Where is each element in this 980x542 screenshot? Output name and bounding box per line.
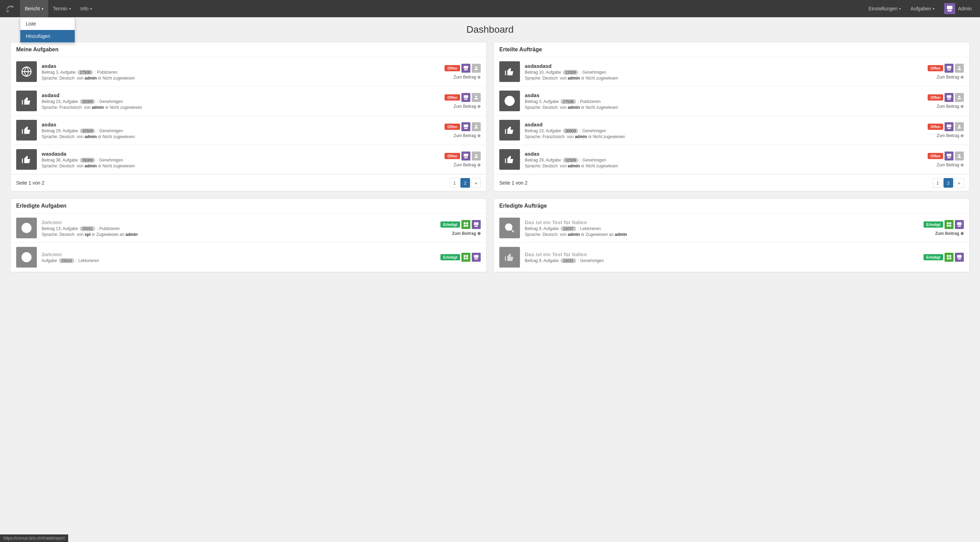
- zum-beitrag-link[interactable]: Zum Beitrag ⊕: [937, 104, 964, 109]
- task-title: asdas: [42, 122, 441, 127]
- zum-beitrag-link[interactable]: Zum Beitrag ⊕: [937, 133, 964, 138]
- status-badge: Offen: [928, 153, 943, 159]
- status-badge: Offen: [445, 65, 460, 71]
- brand-logo[interactable]: [3, 2, 16, 15]
- erledigte-auftraege-heading: Erledigte Aufträge: [494, 199, 969, 213]
- dashboard-grid: Meine Aufgaben asdas Beitrag 3, Aufgabe …: [10, 42, 970, 272]
- task-icon-globe: [16, 61, 37, 82]
- person-icon: [472, 151, 481, 161]
- svg-point-31: [958, 154, 960, 156]
- avatar2: [955, 220, 964, 229]
- svg-rect-38: [474, 223, 479, 225]
- nav-aufgaben[interactable]: Aufgaben ▾: [905, 0, 939, 17]
- admin-label: Admin: [958, 6, 972, 11]
- task-title: asdasd: [525, 122, 924, 127]
- task-icon-thumbup: [16, 149, 37, 170]
- status-badge: Offen: [445, 94, 460, 100]
- nav-admin[interactable]: Admin: [939, 3, 977, 14]
- person-icon: [955, 151, 964, 161]
- svg-rect-24: [947, 99, 951, 100]
- svg-rect-55: [958, 226, 961, 227]
- nav-termin-label: Termin: [53, 6, 67, 11]
- svg-point-20: [958, 67, 960, 68]
- svg-rect-50: [947, 223, 949, 224]
- task-title: Das ist ein Test für Italien: [525, 251, 920, 257]
- zum-beitrag-link[interactable]: Zum Beitrag ⊕: [452, 231, 481, 236]
- svg-point-48: [506, 224, 512, 230]
- zum-beitrag-link[interactable]: Zum Beitrag ⊕: [453, 104, 481, 109]
- page-1-btn[interactable]: 1: [450, 178, 459, 188]
- table-row: wasdasda Beitrag 38, Aufgabe 35009 : Gen…: [11, 145, 486, 174]
- task-icon-thumbup: [499, 61, 520, 82]
- nav-aufgaben-label: Aufgaben: [910, 6, 931, 11]
- task-title: Das ist ein Test für Italien: [525, 219, 920, 225]
- svg-rect-3: [948, 10, 952, 11]
- svg-line-49: [511, 229, 514, 232]
- svg-rect-15: [464, 154, 468, 157]
- svg-rect-2: [947, 6, 953, 9]
- avatar: [461, 93, 470, 102]
- svg-rect-34: [464, 223, 466, 224]
- status-badge: Erledigt: [441, 254, 460, 260]
- svg-rect-35: [466, 223, 468, 224]
- nav-termin[interactable]: Termin ▾: [48, 0, 76, 17]
- svg-rect-37: [466, 225, 468, 227]
- svg-rect-61: [958, 258, 961, 259]
- status-badge: Offen: [928, 124, 943, 130]
- avatar2: [472, 253, 481, 262]
- nav-bericht[interactable]: Bericht ▾ Liste Hinzufügen: [20, 0, 48, 17]
- svg-rect-46: [474, 255, 479, 258]
- svg-rect-42: [464, 255, 466, 257]
- page-next-btn[interactable]: »: [471, 178, 481, 188]
- nav-bericht-label: Bericht: [25, 6, 40, 11]
- svg-rect-57: [949, 255, 951, 257]
- svg-point-14: [475, 125, 477, 127]
- nav-einstellungen-label: Einstellungen: [869, 6, 897, 11]
- svg-rect-53: [949, 225, 951, 227]
- table-row: asdasdasd Beitrag 10, Aufgabe 22509 : Ge…: [494, 57, 969, 86]
- page-1-btn[interactable]: 1: [933, 178, 942, 188]
- avatar: [461, 151, 470, 161]
- table-row: Das ist ein Test für Italien Beitrag 9, …: [494, 213, 969, 243]
- erteilte-heading: Erteilte Aufträge: [494, 42, 969, 57]
- person-icon: [472, 93, 481, 102]
- status-badge: Erledigt: [924, 221, 943, 227]
- zum-beitrag-link[interactable]: Zum Beitrag ⊕: [937, 162, 964, 167]
- page-2-btn[interactable]: 2: [943, 178, 953, 188]
- avatar: [461, 122, 470, 131]
- zum-beitrag-link[interactable]: Zum Beitrag ⊕: [937, 75, 964, 79]
- nav-aufgaben-caret: ▾: [933, 7, 935, 11]
- svg-rect-7: [464, 69, 468, 70]
- svg-rect-18: [947, 66, 951, 69]
- svg-rect-44: [464, 257, 466, 260]
- zum-beitrag-link[interactable]: Zum Beitrag ⊕: [453, 162, 481, 167]
- svg-rect-19: [947, 69, 951, 70]
- task-icon-globe-done2: [16, 247, 37, 267]
- avatar: [945, 64, 953, 73]
- svg-point-1: [11, 5, 13, 7]
- nav-termin-caret: ▾: [69, 7, 71, 11]
- task-title: asdasd: [42, 92, 441, 98]
- avatar: [461, 220, 470, 229]
- zum-beitrag-link[interactable]: Zum Beitrag ⊕: [935, 231, 964, 236]
- status-badge: Offen: [928, 94, 943, 100]
- panel-footer-meine: Seite 1 von 2 1 2 »: [11, 174, 486, 191]
- dropdown-hinzufuegen[interactable]: Hinzufügen: [20, 30, 75, 42]
- page-2-btn[interactable]: 2: [460, 178, 470, 188]
- zum-beitrag-link[interactable]: Zum Beitrag ⊕: [453, 75, 481, 79]
- dropdown-liste[interactable]: Liste: [20, 17, 75, 30]
- zum-beitrag-link[interactable]: Zum Beitrag ⊕: [453, 133, 481, 138]
- svg-rect-51: [949, 223, 951, 224]
- svg-point-17: [475, 154, 477, 156]
- svg-rect-10: [464, 99, 468, 100]
- svg-rect-36: [464, 225, 466, 227]
- pagination-text: Seite 1 von 2: [16, 180, 45, 186]
- task-icon-thumbup: [499, 120, 520, 140]
- nav-einstellungen[interactable]: Einstellungen ▾: [864, 0, 905, 17]
- svg-rect-43: [466, 255, 468, 257]
- task-icon-globe: [499, 91, 520, 111]
- page-next-btn[interactable]: »: [954, 178, 964, 188]
- nav-info[interactable]: Info ▾: [76, 0, 97, 17]
- svg-rect-56: [947, 255, 949, 257]
- status-badge: Offen: [445, 153, 460, 159]
